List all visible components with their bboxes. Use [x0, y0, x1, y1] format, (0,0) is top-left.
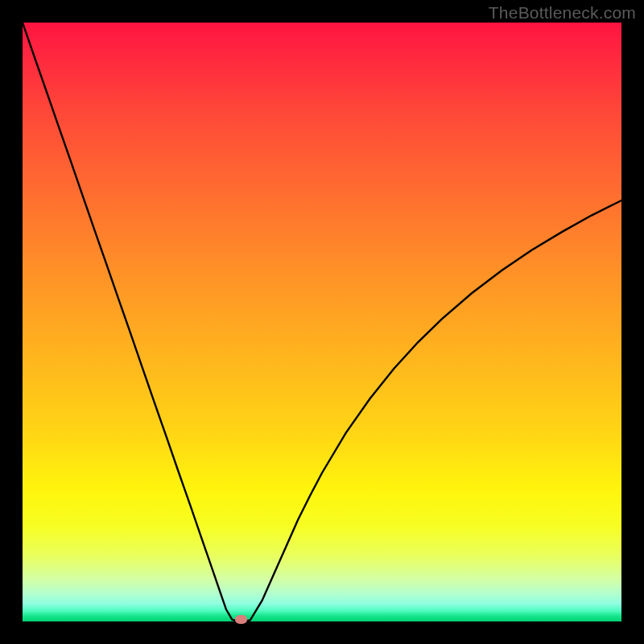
curve-path — [23, 23, 621, 621]
chart-frame: TheBottleneck.com — [0, 0, 644, 644]
plot-area — [23, 23, 621, 621]
watermark-text: TheBottleneck.com — [489, 3, 636, 23]
bottleneck-curve — [23, 23, 621, 621]
min-marker — [235, 615, 247, 624]
